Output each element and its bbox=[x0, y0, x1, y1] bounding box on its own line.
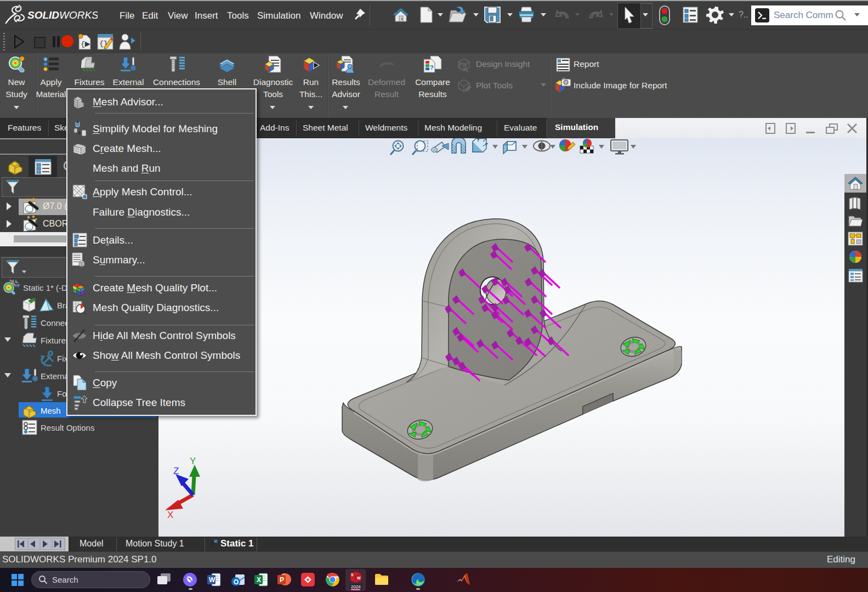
svg-text:Y: Y bbox=[190, 456, 196, 466]
svg-text:W: W bbox=[209, 576, 215, 584]
svg-text:{▶}: {▶} bbox=[81, 40, 92, 48]
svg-text:WORKS: WORKS bbox=[59, 9, 98, 21]
svg-text:W: W bbox=[357, 576, 361, 580]
svg-text:S: S bbox=[351, 573, 354, 577]
svg-text:X: X bbox=[257, 576, 261, 584]
svg-text:SOLID: SOLID bbox=[27, 9, 59, 21]
svg-text:P: P bbox=[280, 576, 284, 584]
svg-text:?: ? bbox=[430, 64, 434, 71]
svg-text:2024: 2024 bbox=[351, 584, 361, 589]
svg-text:O: O bbox=[234, 578, 239, 586]
svg-text:X: X bbox=[167, 510, 173, 520]
svg-text:Z: Z bbox=[173, 466, 179, 476]
